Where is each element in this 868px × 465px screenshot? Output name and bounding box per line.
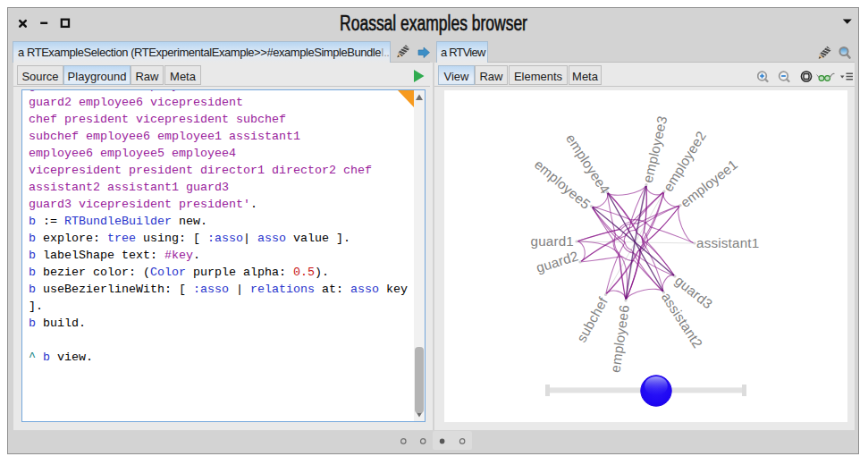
svg-text:guard1: guard1 <box>531 233 575 249</box>
svg-text:employee6: employee6 <box>607 304 631 374</box>
svg-text:employee3: employee3 <box>640 114 670 184</box>
svg-text:subchef: subchef <box>574 294 611 344</box>
svg-text:assistant1: assistant1 <box>696 235 759 250</box>
svg-text:guard2: guard2 <box>535 248 580 275</box>
